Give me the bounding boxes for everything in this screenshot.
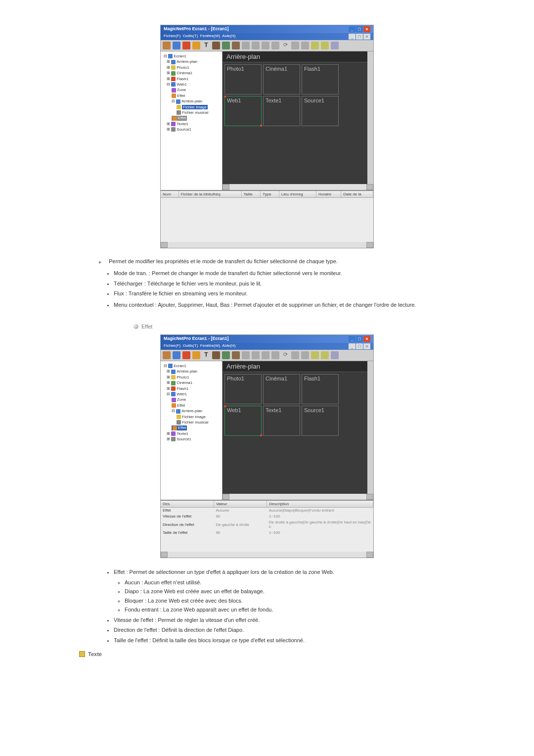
toolbar-refresh-icon[interactable]: ⟳ [281, 351, 289, 359]
toolbar-icon[interactable] [331, 42, 339, 49]
menu-help[interactable]: Aide(H) [222, 343, 235, 348]
toolbar-icon[interactable] [222, 42, 230, 49]
col-type[interactable]: Type [261, 191, 279, 198]
toolbar-icon[interactable] [212, 351, 220, 359]
toolbar-icon[interactable] [222, 351, 230, 359]
col-fichier[interactable]: Fichier de la bibliothèq [178, 191, 241, 198]
toolbar-undo-icon[interactable] [311, 351, 319, 359]
col-des[interactable]: Des. [161, 501, 214, 508]
scroll-track[interactable] [168, 242, 366, 248]
scroll-right-icon[interactable] [366, 242, 373, 248]
table-row[interactable]: Direction de l'effet De gauche à droite … [161, 520, 373, 530]
block-flash1[interactable]: Flash1 [302, 374, 339, 404]
toolbar-undo-icon[interactable] [311, 42, 319, 49]
menu-file[interactable]: Fichier(F) [164, 343, 180, 348]
mdi-close-icon[interactable]: × [363, 343, 370, 349]
tree-node[interactable]: ⊞ Flash1 [162, 76, 221, 82]
toolbar-icon[interactable] [242, 351, 250, 359]
vertical-scrollbar[interactable] [367, 51, 373, 184]
toolbar-icon[interactable] [182, 42, 190, 49]
block-source1[interactable]: Source1 [302, 406, 339, 436]
tree-node[interactable]: ⊞ Photo1 [162, 65, 221, 70]
toolbar-icon[interactable] [242, 42, 250, 49]
panel-scrollbar[interactable] [161, 552, 373, 558]
menu-items[interactable]: Fichier(F) Outils(T) Fenêtre(W) Aide(H) [164, 34, 235, 40]
panel-scrollbar[interactable] [161, 242, 373, 248]
col-valeur[interactable]: Valeur [214, 501, 267, 508]
col-description[interactable]: Description [267, 501, 373, 508]
mdi-min-icon[interactable]: _ [349, 343, 356, 349]
scroll-track[interactable] [229, 494, 366, 500]
horizontal-scrollbar[interactable] [222, 184, 373, 190]
col-date[interactable]: Date de la [341, 191, 373, 198]
menu-window[interactable]: Fenêtre(W) [200, 34, 220, 38]
tree-node[interactable]: ⊞ Texte1 [162, 431, 221, 436]
menu-file[interactable]: Fichier(F) [164, 34, 180, 38]
maximize-icon[interactable]: □ [356, 26, 363, 32]
toolbar-icon[interactable] [291, 42, 299, 49]
table-row[interactable]: Vitesse de l'effet 90 1~100 [161, 514, 373, 520]
tree-node[interactable]: ⊞ Cinéma1 [162, 380, 221, 385]
toolbar-icon[interactable] [271, 42, 279, 49]
close-icon[interactable]: × [363, 336, 370, 342]
horizontal-scrollbar[interactable] [222, 494, 373, 500]
tree-node[interactable]: ⊞ Flash1 [162, 386, 221, 391]
toolbar-text-icon[interactable]: T [202, 42, 210, 49]
block-photo1[interactable]: Photo1 [224, 64, 262, 94]
tree-root[interactable]: ⊟ Ecran1 [162, 363, 221, 369]
close-icon[interactable]: × [363, 26, 370, 32]
toolbar-icon[interactable] [331, 351, 339, 359]
tree-node[interactable]: ⊞ Arrière-plan [162, 59, 221, 64]
scroll-track[interactable] [229, 184, 366, 190]
tree-node[interactable]: ⊟ Web1 [162, 391, 221, 397]
scroll-right-icon[interactable] [366, 552, 373, 558]
tree-node[interactable]: Effet [162, 115, 221, 121]
toolbar-icon[interactable] [212, 42, 220, 49]
block-flash1[interactable]: Flash1 [302, 64, 339, 94]
tree-node[interactable]: ⊟ Web1 [162, 82, 221, 87]
tree-node[interactable]: ⊞ Photo1 [162, 375, 221, 380]
tree-node[interactable]: ⊞ Cinéma1 [162, 70, 221, 76]
tree-node[interactable]: Fichier image [162, 414, 221, 420]
menu-tools[interactable]: Outils(T) [183, 34, 198, 38]
mdi-close-icon[interactable]: × [363, 34, 370, 40]
tree-node-selected[interactable]: Effet [162, 425, 221, 430]
scroll-right-icon[interactable] [366, 184, 373, 190]
mdi-max-icon[interactable]: □ [356, 34, 363, 40]
mdi-max-icon[interactable]: □ [356, 343, 363, 349]
toolbar-icon[interactable] [163, 351, 171, 359]
tree-node[interactable]: Zone [162, 397, 221, 402]
toolbar-icon[interactable] [291, 351, 299, 359]
toolbar-icon[interactable] [173, 351, 180, 359]
tree-node[interactable]: ⊞ Source1 [162, 436, 221, 442]
toolbar-icon[interactable] [192, 42, 200, 49]
block-texte1[interactable]: Texte1 [263, 96, 300, 126]
toolbar-text-icon[interactable]: T [202, 351, 210, 359]
menu-help[interactable]: Aide(H) [222, 34, 235, 38]
scroll-left-icon[interactable] [222, 494, 229, 500]
toolbar-icon[interactable] [192, 351, 200, 359]
toolbar-icon[interactable] [182, 351, 190, 359]
toolbar-redo-icon[interactable] [321, 351, 329, 359]
tree-node[interactable]: ⊞ Arrière-plan [162, 369, 221, 374]
table-row[interactable]: Effet Aucune Aucune|Diapo|Bloquer|Fondu … [161, 508, 373, 514]
minimize-icon[interactable]: _ [349, 26, 356, 32]
block-source1[interactable]: Source1 [302, 96, 339, 126]
scroll-track[interactable] [168, 552, 366, 558]
vertical-scrollbar[interactable] [367, 361, 373, 494]
tree-node[interactable]: Fichier musical [162, 110, 221, 115]
tree-node[interactable]: Effet [162, 403, 221, 408]
tree-node[interactable]: ⊟ Arrière-plan [162, 98, 221, 104]
col-lieu[interactable]: Lieu d'enreg [279, 191, 316, 198]
toolbar-icon[interactable] [301, 351, 309, 359]
toolbar-icon[interactable] [163, 42, 171, 49]
scroll-left-icon[interactable] [161, 242, 168, 248]
toolbar-icon[interactable] [232, 42, 240, 49]
block-web1-selected[interactable]: Web1 [224, 406, 262, 436]
toolbar-icon[interactable] [173, 42, 180, 49]
toolbar-icon[interactable] [262, 42, 269, 49]
menu-window[interactable]: Fenêtre(W) [200, 343, 220, 348]
col-horaire[interactable]: Horaire [316, 191, 341, 198]
tree-root[interactable]: ⊟ Ecran1 [162, 53, 221, 59]
table-row[interactable]: Taille de l'effet 90 1~100 [161, 530, 373, 536]
